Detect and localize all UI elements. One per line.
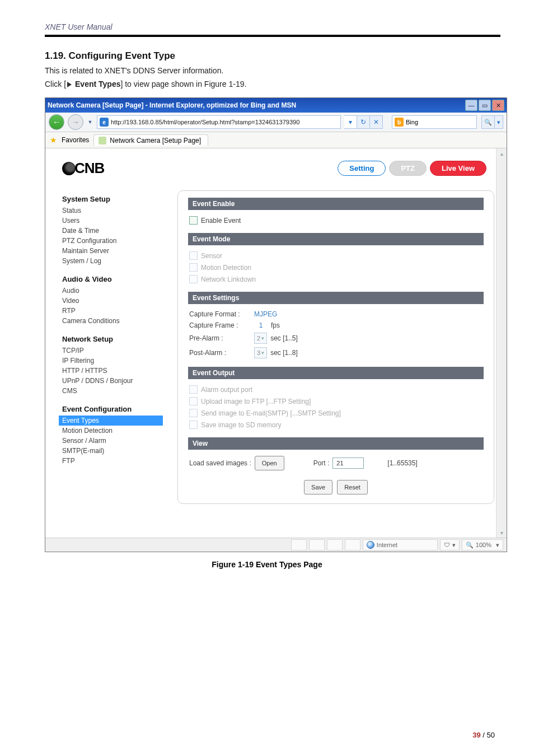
checkbox-upload-ftp[interactable] (189, 397, 198, 405)
window-title-text: Network Camera [Setup Page] - Internet E… (48, 101, 296, 109)
sidebar-item-cms[interactable]: CMS (62, 386, 163, 396)
sidebar-item-http[interactable]: HTTP / HTTPS (62, 366, 163, 376)
window-titlebar: Network Camera [Setup Page] - Internet E… (45, 98, 507, 113)
sidebar-item-motion[interactable]: Motion Detection (62, 426, 163, 436)
label-capture-format: Capture Format : (189, 310, 251, 318)
search-go-button[interactable]: 🔍 (481, 115, 495, 129)
checkbox-sensor[interactable] (189, 251, 198, 260)
unit-post-alarm: sec [1..8] (270, 349, 298, 357)
checkbox-alarm-port[interactable] (189, 385, 198, 394)
sidebar-item-smtp[interactable]: SMTP(E-mail) (62, 446, 163, 456)
checkbox-save-sd[interactable] (189, 421, 198, 429)
nav-back-button[interactable]: ← (49, 114, 64, 130)
reset-button[interactable]: Reset (337, 480, 368, 494)
p2-link: Event Types (73, 80, 120, 88)
addr-dropdown-button[interactable]: ▾ (344, 115, 357, 129)
scroll-up-icon[interactable]: ▴ (496, 148, 507, 158)
screenshot-window: Network Camera [Setup Page] - Internet E… (45, 97, 507, 552)
select-pre-alarm[interactable]: 2 (254, 333, 267, 344)
paragraph-intro: This is related to XNET's DDNS Server in… (0, 62, 534, 75)
section-event-output: Event Output (188, 367, 484, 379)
page-number-total: / 50 (481, 731, 495, 739)
cnb-logo: CNB (62, 160, 104, 177)
label-linkdown: Network Linkdown (201, 276, 256, 283)
label-enable-event: Enable Event (201, 217, 241, 225)
status-protected-mode[interactable]: 🛡▾ (440, 539, 460, 550)
sidebar-item-system-log[interactable]: System / Log (62, 256, 163, 266)
section-view: View (188, 437, 484, 450)
label-sensor: Sensor (201, 252, 222, 260)
tab-favicon (99, 137, 106, 144)
label-capture-frame: Capture Frame : (189, 321, 251, 329)
tab-ptz[interactable]: PTZ (389, 161, 427, 176)
sidebar-heading-audio-video: Audio & Video (62, 275, 163, 283)
minimize-button[interactable]: — (465, 100, 477, 111)
page-number-current: 39 (472, 731, 480, 739)
figure-caption: Figure 1-19 Event Types Page (0, 560, 534, 569)
vertical-scrollbar[interactable]: ▴ ▾ (496, 148, 507, 538)
maximize-button[interactable]: ▭ (479, 100, 491, 111)
sidebar-item-audio[interactable]: Audio (62, 286, 163, 296)
sidebar-item-rtp[interactable]: RTP (62, 306, 163, 316)
sidebar-item-event-types[interactable]: Event Types (59, 416, 163, 426)
page-content: CNB Setting PTZ Live View System Setup S… (45, 148, 507, 538)
favorites-label: Favorites (62, 136, 89, 144)
label-pre-alarm: Pre-Alarm : (189, 334, 251, 342)
form-panel: Event Enable Enable Event Event Mode Sen… (177, 190, 494, 504)
port-input[interactable]: 21 (332, 458, 364, 469)
sidebar-item-camera-cond[interactable]: Camera Conditions (62, 316, 163, 326)
sidebar-item-ip-filter[interactable]: IP Filtering (62, 356, 163, 366)
nav-history-dropdown[interactable]: ▼ (87, 119, 93, 125)
dropdown-icon: ▾ (496, 542, 499, 549)
url-input[interactable]: e http://193.168.0.85/html/operator/Setu… (97, 115, 341, 129)
label-alarm-port: Alarm output port (201, 386, 252, 394)
label-save-sd: Save image to SD memory (201, 421, 281, 429)
label-upload-ftp: Upload image to FTP [...FTP Setting] (201, 398, 311, 405)
sidebar-item-users[interactable]: Users (62, 216, 163, 226)
search-dropdown-button[interactable]: ▾ (495, 115, 503, 129)
status-bar: Internet 🛡▾ 🔍100%▾ (45, 538, 507, 552)
sidebar-item-status[interactable]: Status (62, 206, 163, 216)
sidebar-item-video[interactable]: Video (62, 296, 163, 306)
checkbox-enable-event[interactable] (189, 216, 198, 225)
sidebar-item-sensor[interactable]: Sensor / Alarm (62, 436, 163, 446)
sidebar-heading-event: Event Configuration (62, 405, 163, 413)
doc-header-title: XNET User Manual (0, 0, 534, 31)
status-zoom[interactable]: 🔍100%▾ (462, 539, 503, 550)
sidebar: System Setup Status Users Date & Time PT… (62, 189, 163, 504)
section-event-enable: Event Enable (188, 198, 484, 210)
url-text: http://193.168.0.85/html/operator/Setup.… (111, 119, 299, 125)
zoom-text: 100% (476, 542, 491, 548)
status-zone[interactable]: Internet (363, 539, 438, 550)
tab-setting[interactable]: Setting (338, 161, 386, 176)
checkbox-motion[interactable] (189, 263, 198, 272)
sidebar-item-ptz-config[interactable]: PTZ Configuration (62, 236, 163, 246)
tab-live-view[interactable]: Live View (430, 161, 486, 176)
select-post-alarm[interactable]: 3 (254, 347, 267, 358)
save-button[interactable]: Save (304, 480, 332, 494)
open-button[interactable]: Open (255, 456, 284, 470)
scroll-down-icon[interactable]: ▾ (496, 528, 507, 538)
sidebar-item-tcpip[interactable]: TCP/IP (62, 346, 163, 356)
shield-icon: 🛡 (444, 542, 450, 548)
nav-forward-button[interactable]: → (68, 114, 83, 130)
favorites-star-icon[interactable]: ★ (50, 136, 57, 144)
search-input[interactable]: b Bing (392, 115, 477, 129)
stop-button[interactable]: ✕ (370, 115, 383, 129)
value-capture-frame: 1 (254, 321, 268, 329)
status-zone-text: Internet (377, 542, 397, 548)
globe-icon (367, 541, 374, 549)
section-heading: 1.19. Configuring Event Type (0, 50, 534, 62)
zoom-icon: 🔍 (466, 542, 474, 549)
checkbox-linkdown[interactable] (189, 275, 198, 283)
refresh-button[interactable]: ↻ (357, 115, 370, 129)
sidebar-item-maintain[interactable]: Maintain Server (62, 246, 163, 256)
sidebar-item-upnp[interactable]: UPnP / DDNS / Bonjour (62, 376, 163, 386)
browser-tab[interactable]: Network Camera [Setup Page] (93, 134, 208, 146)
section-event-mode: Event Mode (188, 233, 484, 245)
sidebar-item-ftp[interactable]: FTP (62, 456, 163, 466)
label-motion: Motion Detection (201, 264, 251, 272)
checkbox-send-smtp[interactable] (189, 409, 198, 417)
close-button[interactable]: ✕ (492, 100, 504, 111)
sidebar-item-datetime[interactable]: Date & Time (62, 226, 163, 236)
